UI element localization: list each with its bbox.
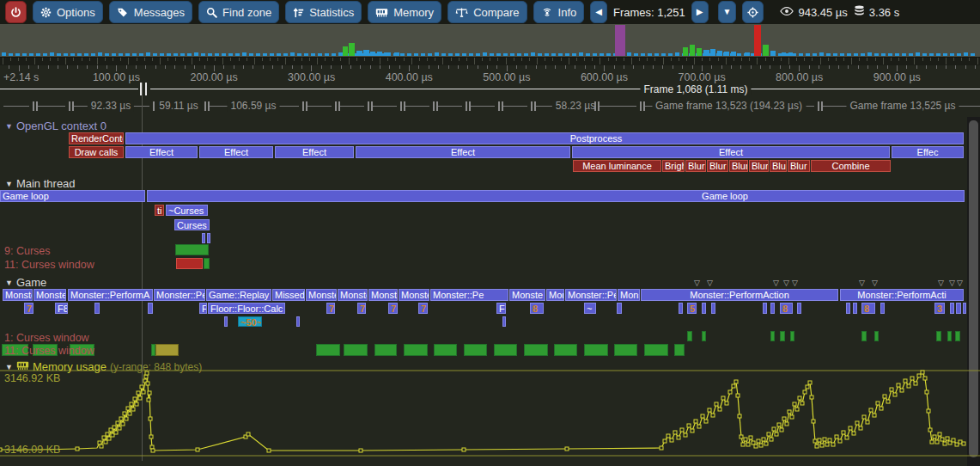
zone-bar[interactable]: Effect (199, 146, 273, 158)
lock-bar[interactable] (861, 331, 867, 341)
zone-bar[interactable]: Missed (272, 289, 305, 301)
zone-bar[interactable]: F (199, 303, 207, 314)
frame-marker-icon[interactable]: ▽ (707, 279, 713, 287)
zone-bar[interactable] (853, 303, 857, 314)
section-header-opengl[interactable]: ▼ OpenGL context 0 (5, 120, 107, 132)
zone-bar[interactable] (956, 303, 961, 314)
lock-bar[interactable] (434, 344, 457, 356)
zone-bar[interactable] (296, 316, 300, 327)
zone-bar[interactable]: Monste (338, 289, 368, 301)
zone-bar[interactable]: 5 (687, 303, 697, 314)
zone-bar[interactable]: Effec (892, 146, 964, 158)
gpu-zone-bar[interactable]: Combine (811, 160, 891, 172)
section-header-game[interactable]: ▼ Game (5, 276, 46, 289)
zone-bar[interactable]: Mons (546, 289, 564, 301)
gpu-zone-bar[interactable]: Blur (770, 160, 787, 172)
lock-bar[interactable] (204, 258, 210, 269)
frame-marker-icon[interactable]: ▽ (773, 279, 779, 287)
zone-bar[interactable]: Monste (33, 289, 66, 301)
lock-label-curses11[interactable]: 11: Curses window (4, 259, 94, 271)
lock-bar[interactable] (780, 331, 785, 341)
lock-label-curses1[interactable]: 1: Curses window (4, 332, 89, 344)
zone-bar[interactable]: Game::Replay (206, 289, 271, 301)
zone-bar[interactable]: 7 (326, 303, 335, 314)
zone-bar[interactable]: 7 (357, 303, 366, 314)
collapse-arrow-icon[interactable]: ▼ (5, 279, 13, 287)
lock-bar[interactable] (374, 344, 397, 356)
lock-bar[interactable] (554, 344, 577, 356)
lock-bar[interactable] (947, 331, 952, 341)
zone-bar[interactable] (711, 303, 715, 314)
zone-bar[interactable] (617, 303, 622, 314)
frame-marker-icon[interactable]: ▽ (783, 279, 789, 287)
zone-bar[interactable]: F (496, 303, 506, 314)
zone-bar[interactable] (502, 316, 506, 327)
zone-bar[interactable]: Effect (572, 146, 890, 158)
zone-bar[interactable]: 8 (530, 303, 544, 314)
zone-bar[interactable] (679, 303, 683, 314)
zone-bar[interactable]: Monste (368, 289, 398, 301)
lock-bar[interactable] (404, 344, 428, 356)
lock-bar[interactable] (770, 331, 775, 341)
zone-bar[interactable]: Effect (125, 146, 198, 158)
zone-bar[interactable]: Game loop (147, 190, 965, 202)
zone-bar[interactable]: Curses (174, 219, 210, 230)
lock-bar[interactable] (874, 331, 879, 341)
lock-bar[interactable] (687, 331, 692, 341)
section-header-memory[interactable]: ▼ Memory usage (y-range: 848 bytes) (5, 360, 202, 373)
gpu-zone-bar[interactable]: Draw calls (69, 146, 124, 158)
collapse-arrow-icon[interactable]: ▼ (5, 363, 13, 371)
lock-bar[interactable] (702, 331, 706, 341)
lock-bar[interactable] (790, 331, 794, 341)
lock-bar[interactable] (175, 244, 209, 255)
zone-bar[interactable]: Monster::Pe (430, 289, 508, 301)
gpu-zone-bar[interactable]: Brigh (662, 160, 685, 172)
zone-bar[interactable]: Effect (275, 146, 354, 158)
zone-bar[interactable] (950, 303, 954, 314)
zone-bar[interactable]: Effect (356, 146, 570, 158)
zone-bar[interactable]: Postprocess (125, 132, 964, 144)
zone-bar[interactable] (880, 303, 885, 314)
zone-bar[interactable] (202, 233, 205, 243)
zone-bar[interactable]: 7 (388, 303, 398, 314)
frame-marker-icon[interactable]: ▽ (792, 279, 798, 287)
gpu-zone-bar[interactable]: Mean luminance (573, 160, 661, 172)
zone-bar[interactable]: Monste (399, 289, 429, 301)
lock-bar[interactable] (155, 344, 179, 356)
lock-bar[interactable] (464, 344, 487, 356)
zone-bar[interactable]: Floor::Floor::Calc (208, 303, 285, 314)
gpu-zone-bar[interactable]: ti (155, 205, 164, 216)
frame-marker-icon[interactable]: ▽ (872, 279, 878, 287)
zone-bar[interactable] (770, 303, 775, 314)
collapse-arrow-icon[interactable]: ▼ (5, 122, 13, 131)
zone-bar[interactable] (94, 303, 100, 314)
gpu-zone-bar[interactable]: RenderConte (69, 132, 124, 144)
zone-bar[interactable]: Monste (509, 289, 545, 301)
frame-marker-icon[interactable]: ▽ (938, 279, 944, 287)
lock-bar[interactable] (644, 344, 668, 356)
zone-bar[interactable]: 8 (861, 303, 875, 314)
zone-bar[interactable] (702, 303, 706, 314)
lock-bar[interactable] (584, 344, 608, 356)
zone-bar[interactable] (207, 233, 210, 243)
zone-bar[interactable]: Game loop (0, 190, 145, 202)
zone-bar[interactable] (148, 303, 153, 314)
zone-bar[interactable]: Monster::PerformA (68, 289, 153, 301)
zone-bar[interactable]: 7 (24, 303, 33, 314)
gpu-zone-bar[interactable]: Blur (707, 160, 728, 172)
zone-bar[interactable]: ~ (584, 303, 596, 314)
lock-bar[interactable] (494, 344, 517, 356)
zone-bar[interactable] (963, 303, 966, 314)
zone-bar[interactable]: Mons (618, 289, 640, 301)
collapse-arrow-icon[interactable]: ▼ (5, 180, 13, 188)
lock-label-curses9[interactable]: 9: Curses (4, 245, 51, 257)
zone-bar[interactable]: 8 (780, 303, 793, 314)
zone-bar[interactable]: Monster::Pe (565, 289, 617, 301)
zone-bar[interactable]: Monster::PerformActi (840, 289, 964, 301)
zone-bar[interactable]: 7 (418, 303, 428, 314)
lock-bar[interactable] (614, 344, 637, 356)
gpu-zone-bar[interactable]: Blur (729, 160, 748, 172)
lock-bar[interactable] (955, 331, 960, 341)
lock-bar[interactable] (524, 344, 548, 356)
zone-bar[interactable]: Monste (3, 289, 33, 301)
